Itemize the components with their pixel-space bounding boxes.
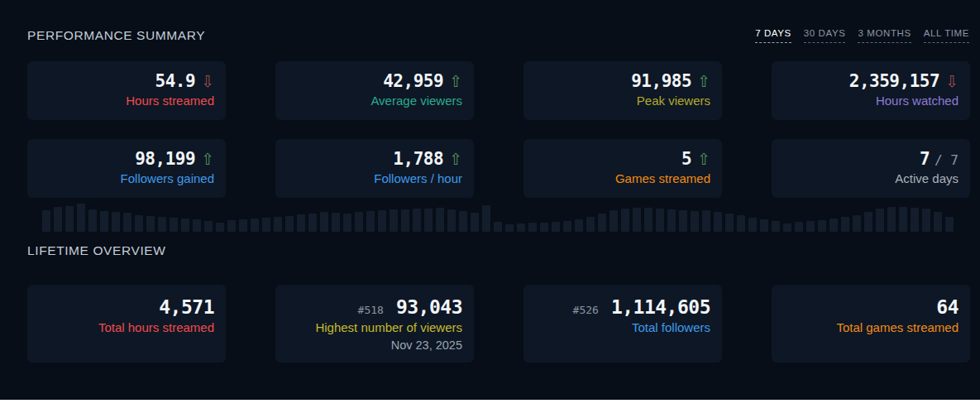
activity-bar xyxy=(355,212,363,232)
stat-card-hours-streamed: 54.9⇩Hours streamed xyxy=(27,61,226,120)
trend-up-icon: ⇧ xyxy=(697,74,710,89)
activity-bar xyxy=(887,207,896,232)
stat-value: 2,359,157 xyxy=(849,72,939,91)
activity-bar xyxy=(390,209,398,232)
activity-bar xyxy=(829,219,838,232)
activity-bar xyxy=(135,215,143,232)
activity-bar xyxy=(934,212,942,232)
activity-bar xyxy=(204,221,213,232)
activity-bar xyxy=(540,223,548,232)
activity-bar xyxy=(922,209,930,232)
page-bottom-whitespace xyxy=(0,400,980,413)
activity-sparkline xyxy=(42,204,969,232)
activity-bar xyxy=(297,214,305,232)
tab-30-days[interactable]: 30 DAYS xyxy=(804,28,846,43)
stat-rank: #526 xyxy=(573,304,599,316)
time-range-tabs: 7 DAYS30 DAYS3 MONTHSALL TIME xyxy=(755,28,969,43)
activity-bar xyxy=(343,214,351,232)
activity-bar xyxy=(424,209,433,232)
trend-up-icon: ⇧ xyxy=(697,151,710,167)
tab-7-days[interactable]: 7 DAYS xyxy=(755,28,791,43)
activity-bar xyxy=(251,219,259,232)
stat-value-row: 2,359,157⇩ xyxy=(849,72,958,91)
activity-bar xyxy=(586,217,595,232)
stat-value: 7 xyxy=(920,150,930,169)
tab-3-months[interactable]: 3 MONTHS xyxy=(858,28,911,43)
activity-bar xyxy=(783,223,791,232)
activity-bar xyxy=(471,213,479,232)
stat-value-row: #5261,114,605 xyxy=(573,297,710,318)
stat-value-row: 54.9⇩ xyxy=(155,72,215,91)
stat-value: 93,043 xyxy=(396,297,462,318)
trend-up-icon: ⇧ xyxy=(449,74,462,89)
stat-value: 64 xyxy=(936,297,958,318)
stat-label: Peak viewers xyxy=(637,94,710,109)
activity-bar xyxy=(806,221,815,232)
stat-label: Followers gained xyxy=(121,171,214,187)
activity-bar xyxy=(737,215,745,232)
stat-value-row: 5⇧ xyxy=(681,150,710,169)
dashboard-content: PERFORMANCE SUMMARY 7 DAYS30 DAYS3 MONTH… xyxy=(0,0,980,363)
stat-value-row: 7/ 7 xyxy=(920,150,958,169)
activity-bar xyxy=(575,219,583,232)
stat-card-peak-viewers: 91,985⇧Peak viewers xyxy=(523,61,722,120)
activity-bar xyxy=(494,222,502,232)
trend-down-icon: ⇩ xyxy=(945,74,958,89)
activity-bar xyxy=(88,209,97,232)
stat-sublabel: Nov 23, 2025 xyxy=(391,339,462,352)
performance-stats-grid: 54.9⇩Hours streamed42,959⇧Average viewer… xyxy=(27,61,969,198)
activity-bar xyxy=(285,216,294,232)
activity-bar xyxy=(170,218,178,232)
activity-bar xyxy=(332,213,340,232)
activity-bar xyxy=(42,210,50,232)
tab-all-time[interactable]: ALL TIME xyxy=(924,28,969,43)
activity-bar xyxy=(320,212,328,232)
stat-card-total-hours-streamed: 4,571Total hours streamed xyxy=(27,285,226,363)
stat-value-row: 42,959⇧ xyxy=(383,72,462,91)
stat-label: Hours watched xyxy=(876,94,958,109)
stat-value-row: 98,199⇧ xyxy=(135,150,214,169)
activity-bar xyxy=(239,219,247,232)
activity-bar xyxy=(54,207,62,232)
stat-value: 98,199 xyxy=(135,150,195,169)
stat-label: Total games streamed xyxy=(836,320,958,336)
stat-label: Total followers xyxy=(632,320,710,336)
activity-bar xyxy=(65,206,74,232)
activity-bar xyxy=(853,215,861,232)
stat-value-row: #51893,043 xyxy=(358,297,462,318)
activity-bar xyxy=(899,207,907,232)
stat-value-row: 91,985⇧ xyxy=(631,72,710,91)
stat-value-row: 4,571 xyxy=(159,297,214,318)
stat-card-highest-number-of-viewers: #51893,043Highest number of viewersNov 2… xyxy=(275,285,474,363)
stat-card-hours-watched: 2,359,157⇩Hours watched xyxy=(772,61,970,120)
activity-bar xyxy=(528,223,537,232)
activity-bar xyxy=(158,217,166,232)
activity-bar xyxy=(667,209,676,232)
activity-bar xyxy=(112,212,120,232)
stat-label: Followers / hour xyxy=(374,171,462,187)
activity-bar xyxy=(517,223,525,232)
activity-bar xyxy=(436,208,444,232)
activity-bar xyxy=(656,209,664,232)
stat-value: 5 xyxy=(681,150,691,169)
trend-down-icon: ⇩ xyxy=(201,74,214,89)
stat-label: Hours streamed xyxy=(126,94,214,109)
activity-bar xyxy=(552,222,560,232)
activity-bar xyxy=(482,205,490,232)
activity-bar xyxy=(748,218,757,232)
activity-bar xyxy=(702,210,710,232)
stat-label: Highest number of viewers xyxy=(315,320,462,336)
stat-card-followers-gained: 98,199⇧Followers gained xyxy=(27,139,226,198)
activity-bar xyxy=(413,209,421,232)
stat-label: Games streamed xyxy=(615,171,710,187)
activity-bar xyxy=(610,210,618,232)
activity-bar xyxy=(262,218,270,232)
performance-summary-title: PERFORMANCE SUMMARY xyxy=(27,28,205,43)
stat-value: 1,114,605 xyxy=(611,297,710,318)
activity-bar xyxy=(772,221,780,232)
activity-bar xyxy=(644,208,653,232)
lifetime-overview-title: LIFETIME OVERVIEW xyxy=(27,243,969,258)
trend-up-icon: ⇧ xyxy=(201,151,214,167)
activity-bar xyxy=(227,220,236,232)
activity-bar xyxy=(818,220,826,232)
